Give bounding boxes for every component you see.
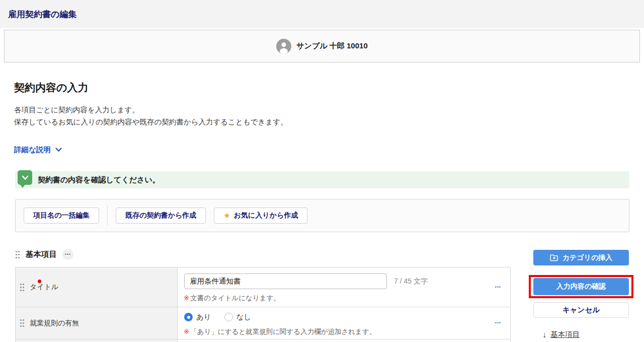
row-work-rules-label-cell: 就業規則の有無 xyxy=(16,307,178,339)
arrow-down-icon: ↓ xyxy=(542,330,546,339)
cancel-label: キャンセル xyxy=(562,305,600,315)
drag-handle-icon[interactable] xyxy=(15,250,20,259)
row-title-label: タイトル xyxy=(30,283,58,292)
star-icon: ★ xyxy=(223,211,230,220)
row-work-rules-value-cell: あり なし ※「あり」にすると就業規則に関する入力欄が追加されます。 ••• xyxy=(178,307,510,339)
note-asterisk: ※ xyxy=(184,328,189,335)
work-rules-note: ※「あり」にすると就業規則に関する入力欄が追加されます。 xyxy=(184,327,376,336)
table-row-work-rules: 就業規則の有無 あり なし ※「あり」にすると就業規則に関する入力欄が追加されま… xyxy=(16,307,510,339)
cancel-button[interactable]: キャンセル xyxy=(533,302,629,318)
work-rules-note-text: 「あり」にすると就業規則に関する入力欄が追加されます。 xyxy=(190,328,376,335)
confirm-input-label: 入力内容の確認 xyxy=(556,282,606,291)
bulk-edit-label: 項目名の一括編集 xyxy=(33,211,90,220)
jump-to-basic-section-link[interactable]: ↓ 基本項目 xyxy=(542,330,580,339)
row-menu-button[interactable]: ••• xyxy=(492,281,504,293)
user-avatar-icon xyxy=(276,39,291,54)
jump-link-label: 基本項目 xyxy=(550,330,580,339)
ellipsis-icon: ••• xyxy=(495,285,501,290)
partial-row-label-cell xyxy=(16,339,178,342)
radio-selected-icon[interactable] xyxy=(184,313,193,321)
create-from-existing-label: 既存の契約書から作成 xyxy=(125,211,196,220)
radio-option-ari[interactable]: あり xyxy=(184,312,211,322)
create-from-existing-button[interactable]: 既存の契約書から作成 xyxy=(116,208,206,224)
basic-section-title: 基本項目 xyxy=(26,249,57,260)
radio-option-nashi[interactable]: なし xyxy=(224,312,252,322)
radio-ari-label: あり xyxy=(196,312,211,322)
description-line-1: 各項目ごとに契約内容を入力します。 xyxy=(14,104,288,116)
radio-nashi-label: なし xyxy=(236,312,252,322)
work-rules-radio-group: あり なし xyxy=(184,312,251,322)
ellipsis-icon: ••• xyxy=(495,321,501,325)
details-toggle-link[interactable]: 詳細な説明 xyxy=(14,145,62,155)
status-alert: 契約書の内容を確認してください。 xyxy=(15,171,629,188)
insert-category-button[interactable]: カテゴリの挿入 xyxy=(533,250,629,265)
folder-plus-icon xyxy=(550,254,558,261)
title-note: ※文書のタイトルになります。 xyxy=(184,294,280,303)
drag-handle-icon[interactable] xyxy=(20,283,25,292)
drag-handle-icon[interactable] xyxy=(20,319,25,327)
description-line-2: 保存しているお気に入りの契約内容や既存の契約書から入力することもできます。 xyxy=(14,116,288,128)
page-title: 雇用契約書の編集 xyxy=(8,9,76,20)
user-bar: サンプル 十郎 10010 xyxy=(4,30,640,62)
section-description: 各項目ごとに契約内容を入力します。 保存しているお気に入りの契約内容や既存の契約… xyxy=(14,104,288,128)
top-strip: 雇用契約書の編集 xyxy=(0,0,644,28)
confirm-input-button[interactable]: 入力内容の確認 xyxy=(533,278,629,295)
highlight-annotation-box: 入力内容の確認 xyxy=(529,275,633,298)
radio-unselected-icon[interactable] xyxy=(224,313,233,321)
user-name: サンプル 十郎 10010 xyxy=(296,41,367,51)
table-row-partial xyxy=(16,339,510,342)
title-input[interactable] xyxy=(184,273,387,289)
note-asterisk: ※ xyxy=(184,294,189,302)
section-menu-button[interactable]: ••• xyxy=(62,249,73,260)
title-note-text: 文書のタイトルになります。 xyxy=(190,294,280,302)
toolbar-divider xyxy=(107,206,108,226)
row-menu-button[interactable]: ••• xyxy=(492,317,504,329)
char-count: 7 / 45 文字 xyxy=(394,277,428,286)
row-title-value-cell: 7 / 45 文字 ※文書のタイトルになります。 ••• xyxy=(178,267,510,307)
row-work-rules-label: 就業規則の有無 xyxy=(30,319,79,328)
partial-row-value-cell xyxy=(178,339,510,342)
create-from-favorite-button[interactable]: ★ お気に入りから作成 xyxy=(214,208,307,224)
basic-items-table: タイトル 7 / 45 文字 ※文書のタイトルになります。 ••• 就業規則の有… xyxy=(15,267,511,342)
chevron-down-icon xyxy=(55,148,62,152)
required-indicator xyxy=(38,280,41,283)
basic-section-header: 基本項目 ••• xyxy=(15,249,73,260)
bulk-edit-button[interactable]: 項目名の一括編集 xyxy=(24,208,99,224)
details-toggle-label: 詳細な説明 xyxy=(14,145,51,155)
ellipsis-icon: ••• xyxy=(65,252,71,257)
alert-balloon-icon xyxy=(18,170,32,185)
table-row-title: タイトル 7 / 45 文字 ※文書のタイトルになります。 ••• xyxy=(16,267,510,307)
toolbar: 項目名の一括編集 既存の契約書から作成 ★ お気に入りから作成 xyxy=(15,199,629,232)
row-title-label-cell: タイトル xyxy=(16,267,178,307)
alert-message: 契約書の内容を確認してください。 xyxy=(38,175,160,185)
create-from-favorite-label: お気に入りから作成 xyxy=(234,211,298,220)
section-heading: 契約内容の入力 xyxy=(14,81,89,95)
insert-category-label: カテゴリの挿入 xyxy=(562,253,613,262)
